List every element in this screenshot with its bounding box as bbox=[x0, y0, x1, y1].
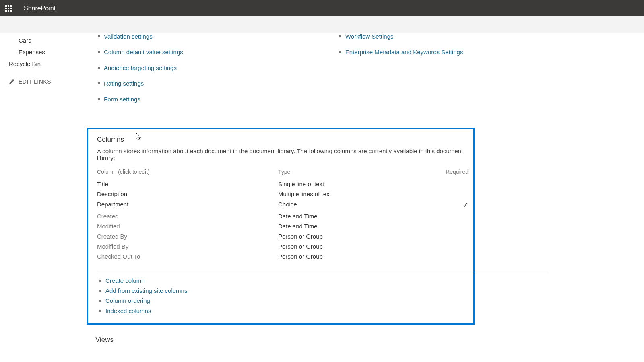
ribbon-bar bbox=[0, 16, 644, 33]
link-column-ordering[interactable]: Column ordering bbox=[105, 297, 150, 304]
bullet-icon bbox=[98, 67, 100, 69]
column-required: ✓ bbox=[436, 201, 469, 210]
column-row: Modified ByPerson or Group bbox=[97, 241, 473, 251]
bullet-icon bbox=[99, 300, 101, 302]
link-validation-settings[interactable]: Validation settings bbox=[104, 33, 153, 40]
link-add-existing-columns[interactable]: Add from existing site columns bbox=[105, 287, 187, 294]
pencil-icon bbox=[9, 79, 14, 84]
brand-title[interactable]: SharePoint bbox=[24, 5, 56, 12]
svg-rect-2 bbox=[10, 5, 12, 7]
column-type: Person or Group bbox=[278, 253, 436, 260]
column-name-link: Created By bbox=[97, 233, 278, 240]
link-audience-targeting-settings[interactable]: Audience targeting settings bbox=[104, 64, 177, 71]
main-content: Validation settings Column default value… bbox=[87, 33, 644, 360]
column-name-link: Modified bbox=[97, 223, 278, 230]
svg-rect-1 bbox=[8, 5, 9, 7]
column-name-link: Checked Out To bbox=[97, 253, 278, 260]
divider bbox=[97, 271, 549, 272]
bullet-icon bbox=[99, 310, 101, 312]
column-row: TitleSingle line of text bbox=[97, 179, 473, 189]
bullet-icon bbox=[339, 35, 341, 37]
columns-section: Columns A column stores information abou… bbox=[87, 128, 475, 325]
bullet-icon bbox=[98, 98, 100, 100]
link-form-settings[interactable]: Form settings bbox=[104, 96, 140, 103]
column-type: Person or Group bbox=[278, 233, 436, 240]
svg-rect-5 bbox=[10, 8, 12, 9]
column-row: CreatedDate and Time bbox=[97, 211, 473, 221]
link-create-column[interactable]: Create column bbox=[105, 277, 145, 284]
svg-rect-8 bbox=[10, 10, 12, 12]
column-type: Person or Group bbox=[278, 243, 436, 250]
edit-links-label: EDIT LINKS bbox=[19, 78, 51, 85]
views-heading: Views bbox=[95, 336, 636, 344]
nav-item-recycle-bin[interactable]: Recycle Bin bbox=[0, 58, 87, 70]
column-name-link[interactable]: Description bbox=[97, 191, 278, 197]
bullet-icon bbox=[99, 280, 101, 282]
column-required bbox=[436, 223, 469, 230]
column-row: Checked Out ToPerson or Group bbox=[97, 251, 473, 261]
column-name-link[interactable]: Department bbox=[97, 201, 278, 210]
col-header-type: Type bbox=[278, 169, 436, 175]
column-type: Date and Time bbox=[278, 223, 436, 230]
general-settings-list: Validation settings Column default value… bbox=[87, 33, 183, 111]
column-row: ModifiedDate and Time bbox=[97, 221, 473, 231]
link-indexed-columns[interactable]: Indexed columns bbox=[105, 307, 151, 314]
link-rating-settings[interactable]: Rating settings bbox=[104, 80, 144, 87]
column-row: DescriptionMultiple lines of text bbox=[97, 189, 473, 199]
bullet-icon bbox=[339, 51, 341, 53]
column-required bbox=[436, 253, 469, 260]
column-required bbox=[436, 191, 469, 197]
column-row: DepartmentChoice✓ bbox=[97, 199, 473, 211]
column-actions: Create column Add from existing site col… bbox=[97, 277, 473, 314]
columns-table: Column (click to edit) Type Required Tit… bbox=[97, 169, 473, 261]
svg-rect-3 bbox=[5, 8, 7, 9]
column-required bbox=[436, 243, 469, 250]
left-nav: Cars Expenses Recycle Bin EDIT LINKS bbox=[0, 33, 87, 360]
column-required bbox=[436, 181, 469, 187]
svg-rect-7 bbox=[8, 10, 9, 12]
communications-list: Workflow Settings Enterprise Metadata an… bbox=[328, 33, 463, 111]
svg-rect-4 bbox=[8, 8, 9, 9]
suite-bar: SharePoint bbox=[0, 0, 644, 16]
col-header-required: Required bbox=[436, 169, 469, 175]
bullet-icon bbox=[98, 82, 100, 84]
link-workflow-settings[interactable]: Workflow Settings bbox=[345, 33, 394, 40]
column-type: Choice bbox=[278, 201, 436, 210]
column-required bbox=[436, 213, 469, 220]
column-required bbox=[436, 233, 469, 240]
column-name-link[interactable]: Title bbox=[97, 181, 278, 187]
column-row: Created ByPerson or Group bbox=[97, 231, 473, 241]
svg-rect-0 bbox=[5, 5, 7, 7]
bullet-icon bbox=[98, 51, 100, 53]
nav-item-expenses[interactable]: Expenses bbox=[0, 46, 87, 58]
columns-description: A column stores information about each d… bbox=[97, 148, 473, 161]
column-type: Multiple lines of text bbox=[278, 191, 436, 197]
column-type: Single line of text bbox=[278, 181, 436, 187]
edit-links-button[interactable]: EDIT LINKS bbox=[0, 78, 87, 85]
column-name-link: Created bbox=[97, 213, 278, 220]
app-launcher-icon[interactable] bbox=[0, 0, 17, 16]
column-name-link: Modified By bbox=[97, 243, 278, 250]
link-enterprise-metadata-settings[interactable]: Enterprise Metadata and Keywords Setting… bbox=[345, 49, 463, 56]
bullet-icon bbox=[99, 290, 101, 292]
bullet-icon bbox=[98, 35, 100, 37]
link-column-default-value-settings[interactable]: Column default value settings bbox=[104, 49, 183, 56]
check-icon: ✓ bbox=[462, 201, 469, 209]
col-header-name: Column (click to edit) bbox=[97, 169, 278, 175]
columns-heading: Columns bbox=[97, 136, 473, 144]
nav-item-cars[interactable]: Cars bbox=[0, 35, 87, 46]
svg-rect-6 bbox=[5, 10, 7, 12]
column-type: Date and Time bbox=[278, 213, 436, 220]
